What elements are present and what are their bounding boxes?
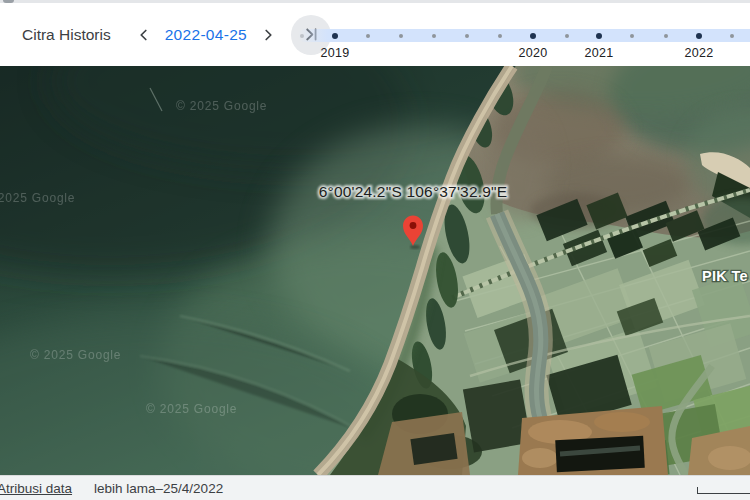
timeline-dot[interactable] (696, 33, 702, 39)
status-bar: Atribusi data lebih lama–25/4/2022 (0, 475, 750, 500)
timeline-dot[interactable] (366, 34, 370, 38)
selected-date-button[interactable]: 2022-04-25 (161, 24, 251, 46)
previous-date-button[interactable] (133, 26, 155, 44)
timeline-year-label: 2019 (320, 46, 349, 60)
timeline-year-label: 2021 (584, 46, 613, 60)
timeline-dot[interactable] (399, 34, 403, 38)
timeline-dot[interactable] (498, 34, 502, 38)
historical-imagery-window: Citra Historis 2022-04-25 (0, 0, 750, 500)
timeline-dot[interactable] (530, 33, 536, 39)
window-top-edge (0, 0, 750, 3)
map-pin-dot (410, 222, 417, 229)
timeline-dot[interactable] (630, 34, 634, 38)
map-pin-shadow (410, 245, 420, 249)
chevron-right-icon (261, 28, 275, 42)
timeline-dot[interactable] (565, 34, 569, 38)
attribution-link[interactable]: Atribusi data (0, 481, 72, 496)
timeline-year-label: 2020 (518, 46, 547, 60)
timeline-dot[interactable] (465, 34, 469, 38)
timeline-dot[interactable] (332, 33, 338, 39)
timeline-dot[interactable] (664, 34, 668, 38)
google-watermark: © 2025 Google (30, 348, 121, 362)
google-watermark: © 2025 Google (0, 191, 75, 205)
toolbar-controls: Citra Historis 2022-04-25 (22, 3, 331, 66)
google-watermark: © 2025 Google (146, 402, 237, 416)
timeline-slider[interactable]: 2019 2020 2021 2022 (298, 27, 750, 63)
satellite-map-viewport[interactable]: © 2025 Google © 2025 Google © 2025 Googl… (0, 66, 750, 475)
next-date-button[interactable] (257, 26, 279, 44)
place-label-pik[interactable]: PIK Te (702, 268, 748, 284)
google-watermark: © 2025 Google (176, 99, 267, 113)
top-edge-nub (3, 0, 14, 3)
older-imagery-date-label: lebih lama–25/4/2022 (94, 481, 223, 496)
panel-title: Citra Historis (22, 26, 111, 44)
timeline-dot[interactable] (596, 33, 602, 39)
timeline-dot[interactable] (300, 34, 304, 38)
historical-imagery-toolbar: Citra Historis 2022-04-25 (0, 3, 750, 66)
timeline-dot[interactable] (730, 34, 734, 38)
coordinates-label: 6°00'24.2"S 106°37'32.9"E (319, 183, 508, 200)
chevron-left-icon (137, 28, 151, 42)
timeline-dot[interactable] (432, 34, 436, 38)
timeline-year-label: 2022 (684, 46, 713, 60)
map-scale-bar (697, 487, 750, 494)
satellite-imagery (0, 66, 750, 475)
